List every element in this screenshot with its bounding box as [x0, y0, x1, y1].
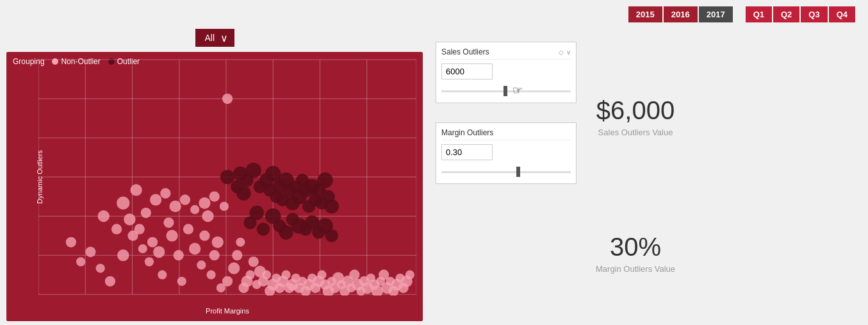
- svg-point-153: [317, 172, 332, 188]
- sales-slider-thumb[interactable]: [504, 86, 507, 96]
- svg-point-44: [158, 271, 167, 279]
- svg-point-36: [117, 249, 129, 261]
- svg-point-124: [199, 197, 210, 209]
- margin-value-input[interactable]: [441, 144, 493, 160]
- quarter-btn-q3[interactable]: Q3: [801, 6, 827, 22]
- controls-panel: Sales Outliers ◇ ∨ ☞ Margin Outl: [436, 29, 577, 321]
- svg-point-74: [262, 271, 271, 279]
- scatter-svg: 0K 5K 10K 15K 20K 25K 10% 15% 20% 25% 30…: [38, 58, 416, 296]
- sales-slicer: Sales Outliers ◇ ∨ ☞: [436, 42, 577, 103]
- slicer-header: Sales Outliers ◇ ∨: [441, 47, 571, 60]
- svg-point-51: [141, 208, 151, 218]
- svg-point-57: [199, 231, 209, 241]
- svg-point-69: [245, 271, 254, 279]
- svg-point-47: [174, 250, 184, 260]
- y-axis-label: Dynamic Outliers: [36, 150, 44, 204]
- svg-point-91: [317, 271, 326, 279]
- dropdown-row: All ∨: [6, 29, 423, 47]
- sales-slider[interactable]: ☞: [441, 85, 571, 97]
- svg-point-120: [160, 188, 170, 198]
- svg-point-128: [220, 170, 234, 184]
- svg-point-60: [209, 250, 220, 260]
- svg-point-39: [124, 213, 135, 225]
- quarter-btn-q2[interactable]: Q2: [773, 6, 799, 22]
- main-content: All ∨ Grouping Non-Outlier Outlier Dynam…: [0, 29, 868, 325]
- quarter-btn-q1[interactable]: Q1: [746, 6, 772, 22]
- svg-point-133: [245, 163, 261, 178]
- eraser-icon[interactable]: ◇: [559, 49, 564, 56]
- svg-point-122: [180, 195, 190, 205]
- right-panel: Sales Outliers ◇ ∨ ☞ Margin Outl: [436, 29, 862, 321]
- svg-point-127: [222, 94, 233, 104]
- svg-point-58: [202, 210, 213, 222]
- x-axis-label: Profit Margins: [206, 307, 249, 315]
- svg-point-59: [206, 271, 215, 279]
- svg-point-50: [130, 184, 142, 196]
- sales-value-input[interactable]: [441, 63, 493, 79]
- svg-point-64: [228, 262, 240, 274]
- cursor-hand-icon: ☞: [512, 83, 523, 97]
- svg-point-54: [183, 224, 193, 234]
- svg-point-125: [209, 191, 220, 201]
- quarter-btn-q4[interactable]: Q4: [829, 6, 855, 22]
- svg-point-32: [76, 257, 85, 266]
- svg-point-132: [236, 186, 250, 200]
- sales-metric-label: Sales Outliers Value: [596, 128, 675, 137]
- svg-point-56: [197, 260, 206, 269]
- svg-point-70: [249, 256, 259, 267]
- all-dropdown[interactable]: All: [195, 29, 234, 47]
- svg-point-52: [98, 210, 110, 222]
- svg-point-45: [163, 217, 174, 228]
- svg-point-38: [138, 244, 147, 253]
- svg-point-40: [135, 224, 145, 234]
- svg-point-43: [153, 246, 165, 258]
- slicer-header-icons: ◇ ∨: [559, 49, 571, 56]
- margin-slider[interactable]: [441, 165, 571, 178]
- svg-point-168: [325, 229, 338, 242]
- svg-point-53: [111, 224, 122, 234]
- svg-point-49: [117, 197, 129, 210]
- year-btn-2017[interactable]: 2017: [699, 6, 733, 22]
- svg-point-80: [281, 271, 290, 279]
- svg-point-42: [147, 237, 158, 247]
- svg-point-33: [85, 247, 95, 257]
- svg-point-55: [189, 243, 201, 254]
- year-buttons: 2015 2016 2017: [628, 6, 733, 22]
- dropdown-wrapper[interactable]: All ∨: [195, 29, 234, 47]
- year-btn-2015[interactable]: 2015: [628, 6, 662, 22]
- svg-point-34: [96, 263, 105, 272]
- year-btn-2016[interactable]: 2016: [664, 6, 698, 22]
- metrics-panel: $6,000 Sales Outliers Value 30% Margin O…: [596, 29, 675, 321]
- svg-point-63: [222, 276, 233, 287]
- sales-metric: $6,000 Sales Outliers Value: [596, 96, 675, 137]
- margin-metric-value: 30%: [596, 233, 675, 262]
- svg-point-61: [212, 237, 224, 248]
- margin-slicer-title: Margin Outliers: [441, 128, 493, 137]
- svg-point-155: [325, 199, 339, 213]
- sales-metric-value: $6,000: [596, 96, 675, 125]
- sales-slicer-title: Sales Outliers: [441, 47, 489, 56]
- svg-point-41: [145, 257, 154, 266]
- svg-point-157: [250, 206, 264, 220]
- margin-metric: 30% Margin Outliers Value: [596, 233, 675, 274]
- margin-slicer: Margin Outliers: [436, 122, 577, 184]
- svg-point-101: [349, 270, 359, 280]
- svg-point-161: [279, 225, 293, 239]
- svg-point-65: [232, 250, 242, 260]
- margin-slicer-header: Margin Outliers: [441, 128, 571, 140]
- margin-slider-thumb[interactable]: [516, 167, 520, 177]
- svg-point-158: [257, 222, 270, 235]
- svg-point-46: [166, 229, 177, 241]
- svg-point-123: [190, 205, 199, 214]
- margin-slider-track: [441, 171, 571, 173]
- sales-slider-track: [441, 90, 571, 92]
- svg-point-126: [220, 202, 229, 211]
- scatter-chart: Grouping Non-Outlier Outlier Dynamic Out…: [6, 52, 423, 321]
- chevron-down-icon[interactable]: ∨: [566, 49, 571, 56]
- svg-point-121: [169, 201, 181, 212]
- svg-point-66: [236, 238, 245, 247]
- svg-point-119: [150, 194, 161, 206]
- svg-point-35: [105, 276, 115, 287]
- chart-area: Dynamic Outliers Profit Margins: [38, 58, 416, 296]
- svg-point-31: [66, 237, 76, 247]
